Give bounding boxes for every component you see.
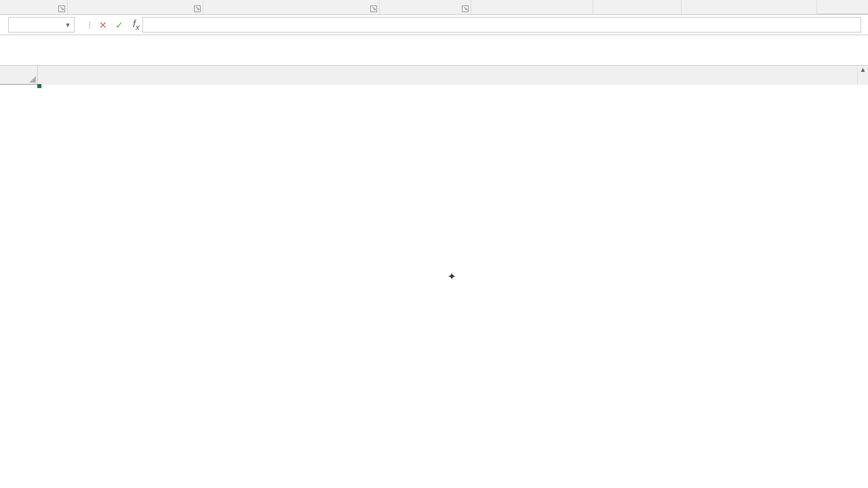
scroll-up-icon[interactable]: ▲: [858, 66, 868, 77]
ribbon-group-labels: ↘ ↘ ↘ ↘: [0, 0, 868, 15]
ribbon-group-cells: [593, 0, 682, 14]
spreadsheet[interactable]: ✦ ▲: [0, 66, 868, 85]
clipboard-launcher-icon[interactable]: ↘: [58, 5, 65, 12]
cell-cursor-icon: ✦: [448, 270, 456, 283]
ribbon-group-number: ↘: [380, 0, 471, 14]
formula-bar-row: ▼ ⁞ ✕ ✓ fx: [0, 15, 868, 35]
name-box[interactable]: ▼: [8, 17, 75, 33]
alignment-launcher-icon[interactable]: ↘: [370, 5, 377, 12]
select-all-corner[interactable]: [0, 66, 38, 85]
number-launcher-icon[interactable]: ↘: [462, 5, 469, 12]
column-headers: [0, 66, 868, 85]
ribbon-group-styles: [471, 0, 593, 14]
fx-icon[interactable]: fx: [133, 18, 140, 31]
name-box-dropdown-icon[interactable]: ▼: [63, 19, 73, 30]
font-launcher-icon[interactable]: ↘: [194, 5, 201, 12]
formula-input[interactable]: [142, 17, 861, 33]
ribbon-group-editing: [682, 0, 817, 14]
ribbon-group-alignment: ↘: [203, 0, 380, 14]
ribbon-group-font: ↘: [68, 0, 203, 14]
formula-expand-area: [0, 35, 868, 66]
vertical-scrollbar[interactable]: ▲: [857, 66, 868, 85]
cancel-icon[interactable]: ✕: [99, 20, 107, 30]
ribbon-group-clipboard: ↘: [0, 0, 68, 14]
enter-icon[interactable]: ✓: [115, 20, 123, 30]
formula-controls: ⁞ ✕ ✓: [88, 20, 123, 30]
active-cell-outline: [38, 85, 41, 87]
